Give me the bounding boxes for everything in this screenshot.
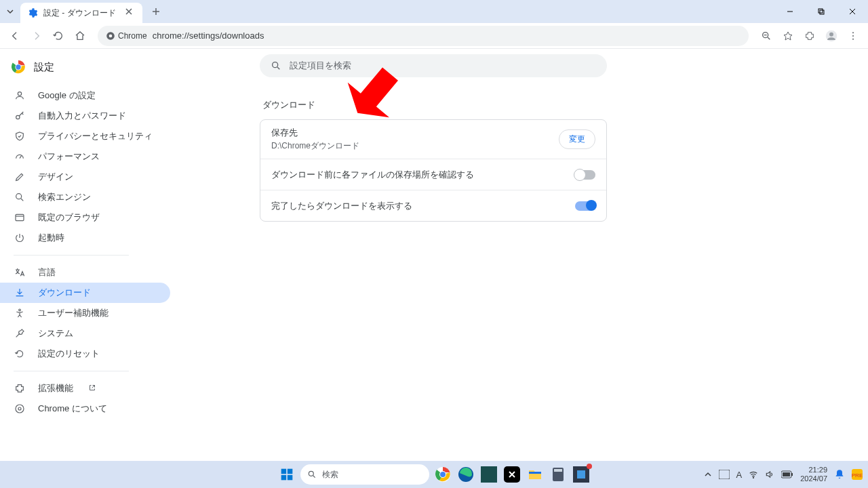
svg-rect-1 [820,10,824,14]
svg-point-6 [829,32,833,36]
sidebar-item-reset[interactable]: 設定のリセット [0,344,170,364]
svg-rect-24 [281,475,287,481]
tray-time: 21:29 [800,466,827,474]
svg-point-9 [852,38,854,39]
zoom-icon[interactable] [757,26,776,45]
svg-point-15 [16,194,22,199]
change-button[interactable]: 変更 [559,129,595,149]
taskbar-center: 検索 [277,464,591,485]
address-bar[interactable]: Chrome chrome://settings/downloads [98,26,749,46]
ask-toggle[interactable] [575,170,595,180]
translate-icon [14,266,26,279]
svg-point-12 [16,64,20,69]
svg-rect-31 [481,466,497,483]
menu-icon[interactable] [844,26,863,45]
close-icon[interactable] [125,7,136,18]
external-link-icon [88,384,98,393]
sidebar-item-about[interactable]: Chrome について [0,399,170,419]
sidebar-item-label: 自動入力とパスワード [38,110,126,122]
download-icon [14,287,26,299]
new-tab-button[interactable] [146,2,165,21]
tray-input-icon[interactable]: A [736,470,743,480]
start-button[interactable] [277,465,296,484]
sidebar-item-accessibility[interactable]: ユーザー補助機能 [0,303,170,323]
sidebar-item-extensions[interactable]: 拡張機能 [0,378,170,399]
settings-search[interactable]: 設定項目を検索 [260,54,607,77]
ask-label: ダウンロード前に各ファイルの保存場所を確認する [271,169,575,181]
location-path: D:\Chromeダウンロード [271,140,559,152]
chrome-logo-icon [11,60,26,75]
back-button[interactable] [5,26,24,45]
sidebar-item-privacy[interactable]: プライバシーとセキュリティ [0,126,170,146]
sidebar-item-google[interactable]: Google の設定 [0,85,170,106]
tab-title: 設定 - ダウンロード [43,7,119,19]
taskbar-edge[interactable] [456,465,475,484]
close-window-button[interactable] [837,0,868,23]
taskbar-calculator[interactable] [549,465,568,484]
sidebar-item-languages[interactable]: 言語 [0,262,170,283]
search-placeholder: 設定項目を検索 [290,60,351,72]
sidebar-item-appearance[interactable]: デザイン [0,167,170,187]
svg-rect-41 [791,473,793,476]
maximize-button[interactable] [806,0,837,23]
sidebar-item-downloads[interactable]: ダウンロード [0,283,170,303]
svg-point-26 [309,471,313,476]
sidebar-title: 設定 [34,61,54,74]
sidebar-separator [14,255,129,256]
sidebar-item-on-startup[interactable]: 起動時 [0,228,170,248]
tray-chevron-icon[interactable] [704,470,712,479]
person-icon [14,89,26,102]
taskbar-chrome[interactable] [433,465,452,484]
tray-volume-icon[interactable] [765,470,774,479]
section-title: ダウンロード [262,99,315,111]
home-button[interactable] [71,26,90,45]
sidebar-item-system[interactable]: システム [0,323,170,344]
bookmark-icon[interactable] [778,26,797,45]
sidebar-item-label: 既定のブラウザ [38,211,100,224]
settings-sidebar: 設定 Google の設定 自動入力とパスワード プライバシーとセキュリティ パ… [0,49,173,461]
sidebar-item-label: ユーザー補助機能 [38,307,108,319]
svg-point-20 [273,62,278,68]
tray-clock[interactable]: 21:29 2024/07 [800,466,827,483]
reset-icon [14,348,26,360]
window-controls [774,0,868,23]
system-tray: A 21:29 2024/07 PRE [704,466,863,483]
taskbar-search-placeholder: 検索 [322,469,338,481]
svg-point-19 [18,407,21,410]
svg-point-3 [109,34,113,37]
search-icon [14,191,26,203]
forward-button[interactable] [27,26,46,45]
extensions-icon[interactable] [800,26,819,45]
content-area: 設定 Google の設定 自動入力とパスワード プライバシーとセキュリティ パ… [0,49,868,461]
browser-tab[interactable]: 設定 - ダウンロード [20,3,142,23]
show-toggle[interactable] [575,201,595,211]
show-label: 完了したらダウンロードを表示する [271,200,575,212]
svg-point-8 [852,35,854,37]
taskbar-explorer[interactable] [526,465,545,484]
taskbar-app-2[interactable] [502,465,521,484]
taskbar-app-1[interactable] [479,465,498,484]
sidebar-item-performance[interactable]: パフォーマンス [0,146,170,167]
tray-battery-icon[interactable] [781,470,793,479]
taskbar-app-3[interactable] [572,465,591,484]
tray-ime-icon[interactable] [719,470,730,479]
reload-button[interactable] [49,26,68,45]
sidebar-item-label: 拡張機能 [38,382,73,394]
tray-wifi-icon[interactable] [749,470,758,479]
svg-point-7 [852,32,854,33]
minimize-button[interactable] [774,0,806,23]
profile-icon[interactable] [822,26,841,45]
browser-icon [14,211,26,224]
sidebar-item-default-browser[interactable]: 既定のブラウザ [0,207,170,228]
tab-search-dropdown[interactable] [0,0,20,23]
svg-point-29 [440,472,446,477]
sidebar-item-search-engine[interactable]: 検索エンジン [0,187,170,207]
location-label: 保存先 [271,127,559,139]
svg-rect-38 [719,470,730,479]
taskbar-search[interactable]: 検索 [300,464,429,485]
svg-rect-23 [288,469,293,474]
sidebar-item-label: ダウンロード [38,287,91,299]
tray-notifications-icon[interactable] [834,469,845,480]
tray-app-icon[interactable]: PRE [852,469,863,480]
sidebar-item-autofill[interactable]: 自動入力とパスワード [0,106,170,126]
